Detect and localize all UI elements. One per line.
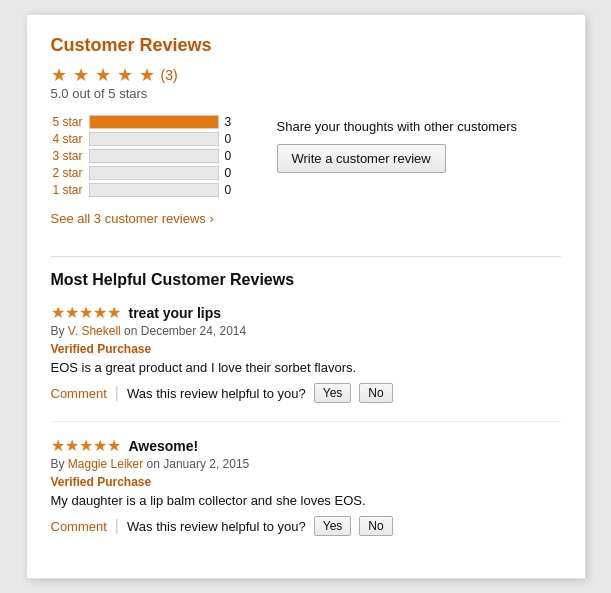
overall-rating-text: 5.0 out of 5 stars — [51, 86, 561, 101]
star-1: ★ — [51, 66, 67, 84]
review-2-stars-title-row: ★★★★★ Awesome! — [51, 436, 561, 455]
bar-fill-5 — [90, 116, 218, 128]
review-1-helpful-text: Was this review helpful to you? — [127, 386, 306, 401]
star-4: ★ — [117, 66, 133, 84]
review-count: (3) — [161, 67, 178, 83]
review-item-2: ★★★★★ Awesome! By Maggie Leiker on Janua… — [51, 436, 561, 536]
bar-track-4 — [89, 132, 219, 146]
review-2-helpful-row: Comment | Was this review helpful to you… — [51, 516, 561, 536]
review-1-author-link[interactable]: V. Shekell — [68, 324, 121, 338]
section-title: Customer Reviews — [51, 35, 561, 56]
review-1-text: EOS is a great product and I love their … — [51, 360, 561, 375]
star-3: ★ — [95, 66, 111, 84]
review-1-title: treat your lips — [129, 305, 222, 321]
review-2-yes-button[interactable]: Yes — [314, 516, 352, 536]
review-2-title: Awesome! — [129, 438, 199, 454]
review-2-helpful-text: Was this review helpful to you? — [127, 519, 306, 534]
bar-row-2: 2 star 0 — [51, 166, 237, 180]
bar-label-5[interactable]: 5 star — [51, 115, 83, 129]
bar-count-3: 0 — [225, 149, 237, 163]
overall-stars-row: ★ ★ ★ ★ ★ (3) — [51, 66, 561, 84]
review-2-author-link[interactable]: Maggie Leiker — [68, 457, 143, 471]
review-2-date: January 2, 2015 — [163, 457, 249, 471]
share-section: Share your thoughts with other customers… — [277, 115, 518, 173]
ratings-section: 5 star 3 4 star 0 3 star 0 — [51, 115, 561, 197]
bar-count-4: 0 — [225, 132, 237, 146]
review-1-comment-link[interactable]: Comment — [51, 386, 107, 401]
bar-row-4: 4 star 0 — [51, 132, 237, 146]
review-1-helpful-row: Comment | Was this review helpful to you… — [51, 383, 561, 403]
review-1-yes-button[interactable]: Yes — [314, 383, 352, 403]
review-1-stars-title-row: ★★★★★ treat your lips — [51, 303, 561, 322]
review-1-stars: ★★★★★ — [51, 303, 121, 322]
review-divider — [51, 421, 561, 422]
review-2-no-button[interactable]: No — [359, 516, 392, 536]
review-1-date: December 24, 2014 — [141, 324, 246, 338]
review-1-sep: | — [115, 384, 119, 402]
bar-row-5: 5 star 3 — [51, 115, 237, 129]
bar-count-1: 0 — [225, 183, 237, 197]
review-2-verified: Verified Purchase — [51, 475, 561, 489]
star-5: ★ — [139, 66, 155, 84]
customer-reviews-card: Customer Reviews ★ ★ ★ ★ ★ (3) 5.0 out o… — [26, 14, 586, 579]
review-2-text: My daughter is a lip balm collector and … — [51, 493, 561, 508]
review-1-author-date: By V. Shekell on December 24, 2014 — [51, 324, 561, 338]
bar-count-5: 3 — [225, 115, 237, 129]
bar-track-1 — [89, 183, 219, 197]
review-2-author-date: By Maggie Leiker on January 2, 2015 — [51, 457, 561, 471]
write-review-button[interactable]: Write a customer review — [277, 144, 446, 173]
bar-track-2 — [89, 166, 219, 180]
see-all-reviews-link[interactable]: See all 3 customer reviews › — [51, 211, 214, 226]
review-1-no-button[interactable]: No — [359, 383, 392, 403]
rating-bars: 5 star 3 4 star 0 3 star 0 — [51, 115, 237, 197]
review-1-verified: Verified Purchase — [51, 342, 561, 356]
share-text: Share your thoughts with other customers — [277, 119, 518, 134]
review-2-sep: | — [115, 517, 119, 535]
review-2-comment-link[interactable]: Comment — [51, 519, 107, 534]
bar-count-2: 0 — [225, 166, 237, 180]
section-divider — [51, 256, 561, 257]
bar-label-4[interactable]: 4 star — [51, 132, 83, 146]
review-item-1: ★★★★★ treat your lips By V. Shekell on D… — [51, 303, 561, 403]
bar-row-3: 3 star 0 — [51, 149, 237, 163]
bar-track-3 — [89, 149, 219, 163]
star-2: ★ — [73, 66, 89, 84]
bar-label-3[interactable]: 3 star — [51, 149, 83, 163]
bar-label-2[interactable]: 2 star — [51, 166, 83, 180]
bar-row-1: 1 star 0 — [51, 183, 237, 197]
bar-label-1[interactable]: 1 star — [51, 183, 83, 197]
bar-track-5 — [89, 115, 219, 129]
review-2-stars: ★★★★★ — [51, 436, 121, 455]
helpful-reviews-title: Most Helpful Customer Reviews — [51, 271, 561, 289]
